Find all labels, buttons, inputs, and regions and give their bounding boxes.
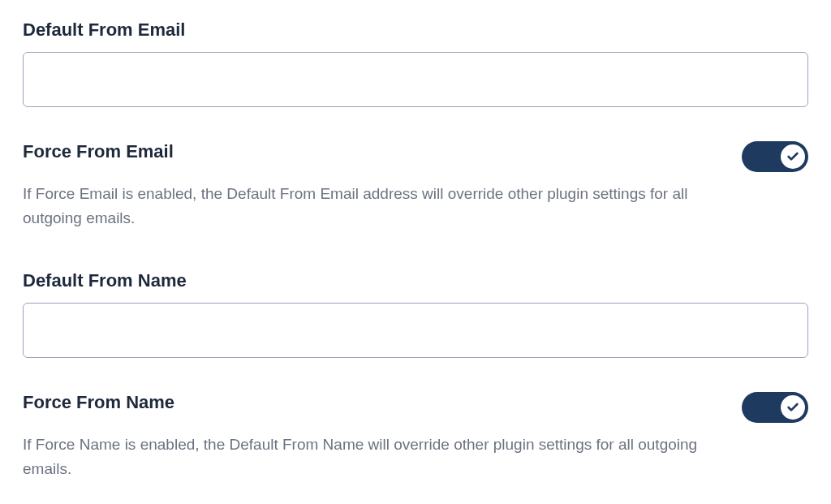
force-from-name-row: Force From Name (23, 392, 808, 423)
check-icon (786, 401, 799, 414)
force-from-name-description: If Force Name is enabled, the Default Fr… (23, 433, 713, 482)
force-from-name-toggle[interactable] (742, 392, 808, 423)
toggle-knob (781, 395, 805, 420)
force-from-name-section: Force From Name If Force Name is enabled… (23, 392, 808, 482)
check-icon (786, 150, 799, 163)
force-from-email-toggle[interactable] (742, 141, 808, 172)
force-from-name-label: Force From Name (23, 392, 174, 413)
default-from-email-group: Default From Email (23, 19, 808, 107)
default-from-name-input[interactable] (23, 303, 808, 358)
force-from-email-description: If Force Email is enabled, the Default F… (23, 182, 713, 231)
default-from-email-input[interactable] (23, 52, 808, 107)
default-from-email-label: Default From Email (23, 19, 808, 41)
default-from-name-group: Default From Name (23, 270, 808, 358)
toggle-knob (781, 144, 805, 169)
default-from-name-label: Default From Name (23, 270, 808, 291)
force-from-email-label: Force From Email (23, 141, 174, 162)
force-from-email-section: Force From Email If Force Email is enabl… (23, 141, 808, 231)
force-from-email-row: Force From Email (23, 141, 808, 172)
